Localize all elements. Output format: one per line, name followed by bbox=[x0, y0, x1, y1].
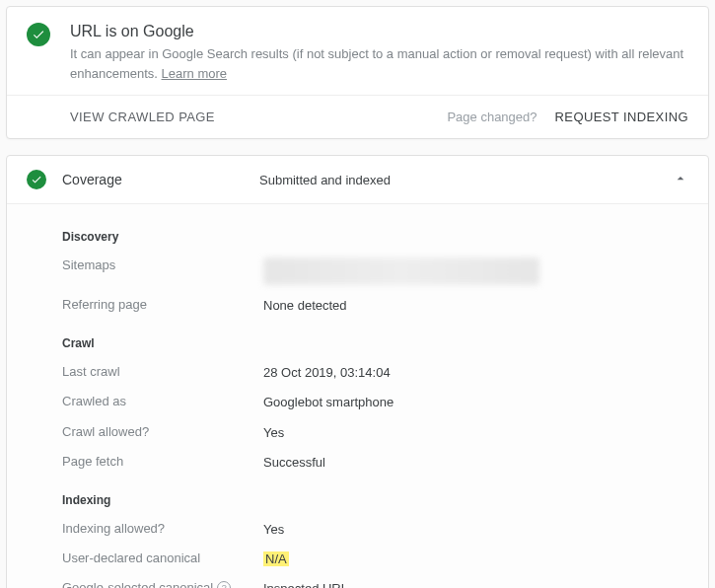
coverage-status: Submitted and indexed bbox=[259, 173, 673, 187]
request-indexing-button[interactable]: REQUEST INDEXING bbox=[555, 110, 688, 124]
indexing-section-title: Indexing bbox=[62, 478, 688, 515]
coverage-label: Coverage bbox=[62, 172, 259, 187]
chevron-up-icon bbox=[673, 171, 688, 189]
view-crawled-page-button[interactable]: VIEW CRAWLED PAGE bbox=[70, 110, 215, 124]
page-fetch-label: Page fetch bbox=[62, 454, 263, 469]
sitemaps-row: Sitemaps bbox=[62, 252, 688, 291]
actions-row: VIEW CRAWLED PAGE Page changed? REQUEST … bbox=[7, 95, 708, 138]
indexing-allowed-row: Indexing allowed? Yes bbox=[62, 515, 688, 545]
help-icon[interactable]: ? bbox=[217, 581, 231, 588]
page-fetch-row: Page fetch Successful bbox=[62, 448, 688, 478]
google-canonical-label: Google-selected canonical ? bbox=[62, 580, 263, 588]
google-canonical-value: Inspected URL bbox=[263, 580, 348, 588]
status-text-block: URL is on Google It can appear in Google… bbox=[70, 23, 688, 83]
crawl-allowed-value: Yes bbox=[263, 424, 284, 442]
referring-page-label: Referring page bbox=[62, 297, 263, 312]
last-crawl-value: 28 Oct 2019, 03:14:04 bbox=[263, 364, 391, 382]
google-canonical-row: Google-selected canonical ? Inspected UR… bbox=[62, 574, 688, 588]
crawled-as-value: Googlebot smartphone bbox=[263, 394, 393, 411]
indexing-allowed-label: Indexing allowed? bbox=[62, 521, 263, 536]
redacted-content bbox=[263, 257, 539, 285]
page-changed-label: Page changed? bbox=[447, 110, 536, 124]
crawled-as-label: Crawled as bbox=[62, 394, 263, 408]
user-canonical-row: User-declared canonical N/A bbox=[62, 545, 688, 574]
status-description: It can appear in Google Search results (… bbox=[70, 44, 688, 83]
status-title: URL is on Google bbox=[70, 23, 688, 40]
user-canonical-label: User-declared canonical bbox=[62, 551, 263, 565]
coverage-panel-body: Discovery Sitemaps Referring page None d… bbox=[7, 204, 708, 588]
user-canonical-highlight: N/A bbox=[263, 551, 289, 566]
crawl-allowed-row: Crawl allowed? Yes bbox=[62, 418, 688, 448]
indexing-allowed-value: Yes bbox=[263, 521, 284, 539]
coverage-panel: Coverage Submitted and indexed Discovery… bbox=[6, 155, 709, 588]
referring-page-value: None detected bbox=[263, 297, 347, 315]
last-crawl-row: Last crawl 28 Oct 2019, 03:14:04 bbox=[62, 358, 688, 388]
referring-page-row: Referring page None detected bbox=[62, 291, 688, 321]
coverage-panel-header[interactable]: Coverage Submitted and indexed bbox=[7, 156, 708, 204]
discovery-section-title: Discovery bbox=[62, 214, 688, 252]
crawled-as-row: Crawled as Googlebot smartphone bbox=[62, 388, 688, 417]
last-crawl-label: Last crawl bbox=[62, 364, 263, 379]
crawl-section-title: Crawl bbox=[62, 321, 688, 358]
sitemaps-value bbox=[263, 257, 539, 285]
sitemaps-label: Sitemaps bbox=[62, 257, 263, 272]
crawl-allowed-label: Crawl allowed? bbox=[62, 424, 263, 439]
user-canonical-value: N/A bbox=[263, 551, 289, 568]
success-check-icon bbox=[27, 170, 46, 189]
url-status-card: URL is on Google It can appear in Google… bbox=[6, 6, 709, 139]
learn-more-link[interactable]: Learn more bbox=[162, 66, 227, 81]
status-row: URL is on Google It can appear in Google… bbox=[7, 7, 708, 95]
page-fetch-value: Successful bbox=[263, 454, 325, 472]
success-check-icon bbox=[27, 23, 50, 46]
